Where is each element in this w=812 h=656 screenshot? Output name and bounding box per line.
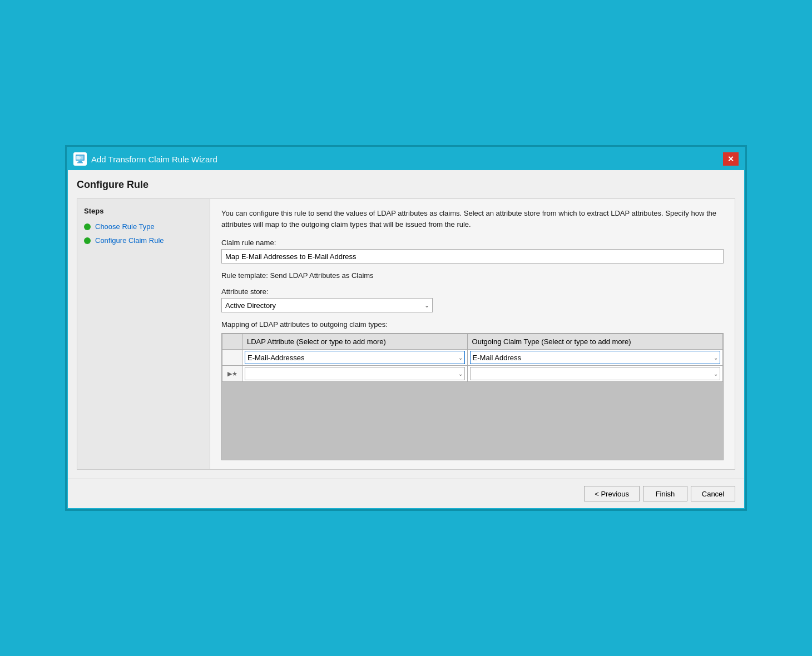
row-1-outgoing-cell: E-Mail Address ⌄ xyxy=(467,350,722,366)
mapping-label: Mapping of LDAP attributes to outgoing c… xyxy=(221,320,724,329)
page-title: Configure Rule xyxy=(77,179,735,191)
cancel-button[interactable]: Cancel xyxy=(691,486,735,501)
svg-rect-3 xyxy=(77,162,83,163)
row-1-ldap-select[interactable]: E-Mail-Addresses xyxy=(245,351,465,364)
attribute-store-group: Attribute store: Active Directory ⌄ xyxy=(221,287,724,312)
attribute-store-select-wrapper: Active Directory ⌄ xyxy=(221,298,433,312)
table-row: ▶★ ⌄ xyxy=(222,366,723,382)
row-2-outgoing-select[interactable] xyxy=(470,367,720,380)
claim-rule-name-label: Claim rule name: xyxy=(221,238,724,247)
window-title: Add Transform Claim Rule Wizard xyxy=(91,155,217,164)
table-col-outgoing-header: Outgoing Claim Type (Select or type to a… xyxy=(467,334,722,350)
rule-template-text: Rule template: Send LDAP Attributes as C… xyxy=(221,271,724,280)
row-2-outgoing-cell: ⌄ xyxy=(467,366,722,382)
sidebar-item-configure-claim-rule[interactable]: Configure Claim Rule xyxy=(77,233,210,247)
table-col-ldap-header: LDAP Attribute (Select or type to add mo… xyxy=(242,334,468,350)
mapping-table: LDAP Attribute (Select or type to add mo… xyxy=(222,334,723,382)
description-text: You can configure this rule to send the … xyxy=(221,208,724,230)
sidebar-item-choose-rule-type[interactable]: Choose Rule Type xyxy=(77,220,210,233)
row-2-ldap-cell: ⌄ xyxy=(242,366,468,382)
title-bar: Add Transform Claim Rule Wizard ✕ xyxy=(68,148,744,170)
sidebar-item-label-1: Choose Rule Type xyxy=(95,222,155,231)
svg-rect-2 xyxy=(78,161,82,162)
claim-rule-name-input[interactable] xyxy=(221,249,724,264)
table-col-indicator xyxy=(222,334,242,350)
mapping-table-container: LDAP Attribute (Select or type to add mo… xyxy=(221,333,724,460)
previous-button[interactable]: < Previous xyxy=(584,486,640,501)
row-1-icon-cell xyxy=(222,350,242,366)
attribute-store-label: Attribute store: xyxy=(221,287,724,296)
sidebar: Steps Choose Rule Type Configure Claim R… xyxy=(77,198,210,470)
app-icon xyxy=(73,152,87,166)
bottom-bar: < Previous Finish Cancel xyxy=(68,479,744,508)
attribute-store-select[interactable]: Active Directory xyxy=(221,298,433,312)
sidebar-heading: Steps xyxy=(77,205,210,220)
table-row: E-Mail-Addresses ⌄ E-Mail Address xyxy=(222,350,723,366)
claim-rule-name-group: Claim rule name: xyxy=(221,238,724,264)
close-button[interactable]: ✕ xyxy=(723,152,739,166)
row-1-ldap-cell: E-Mail-Addresses ⌄ xyxy=(242,350,468,366)
row-2-icon-cell: ▶★ xyxy=(222,366,242,382)
step-indicator-1 xyxy=(84,223,91,230)
step-indicator-2 xyxy=(84,237,91,244)
row-1-outgoing-select[interactable]: E-Mail Address xyxy=(470,351,720,364)
sidebar-item-label-2: Configure Claim Rule xyxy=(95,236,164,245)
row-2-ldap-select[interactable] xyxy=(245,367,465,380)
finish-button[interactable]: Finish xyxy=(643,486,687,501)
table-empty-area xyxy=(222,382,723,460)
content-panel: You can configure this rule to send the … xyxy=(210,198,735,470)
